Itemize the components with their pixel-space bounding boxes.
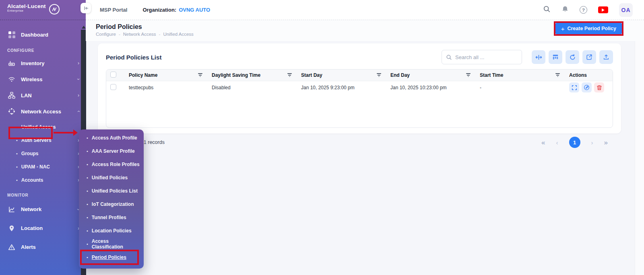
last-page-icon[interactable] bbox=[604, 139, 608, 146]
annotation-arrow bbox=[54, 132, 74, 133]
breadcrumb-configure[interactable]: Configure bbox=[96, 32, 123, 37]
flyout-item-period-policies[interactable]: •Period Policies bbox=[79, 250, 144, 264]
upload-icon bbox=[603, 54, 609, 60]
sidebar-item-label: Auth Servers bbox=[21, 138, 78, 143]
breadcrumb-unified-access[interactable]: Unified Access bbox=[163, 32, 193, 37]
organization-value-link[interactable]: OVNG AUTO bbox=[179, 7, 210, 13]
filter-icon[interactable] bbox=[465, 72, 472, 78]
first-page-icon[interactable] bbox=[541, 139, 545, 146]
flyout-item-label: Unified Policies List bbox=[92, 188, 138, 194]
sidebar-item-network-access[interactable]: Network Access › bbox=[0, 103, 86, 119]
help-icon[interactable] bbox=[580, 6, 587, 14]
collapse-left-icon bbox=[83, 5, 89, 11]
flyout-item-iot-categorization[interactable]: •IoT Categorization bbox=[79, 197, 144, 211]
sidebar-item-label: Accounts bbox=[21, 177, 78, 183]
search-icon[interactable] bbox=[543, 5, 551, 14]
alcatel-lucent-mark-icon bbox=[49, 4, 60, 14]
chevron-down-icon: › bbox=[76, 78, 81, 80]
sidebar-item-accounts[interactable]: • Accounts › bbox=[0, 173, 86, 187]
chevron-right-icon: › bbox=[78, 60, 79, 66]
sidebar-item-alerts[interactable]: Alerts bbox=[0, 238, 86, 257]
flyout-item-label: Tunnel Profiles bbox=[92, 215, 126, 220]
refresh-button[interactable] bbox=[566, 50, 579, 64]
user-avatar[interactable]: OA bbox=[619, 3, 633, 17]
previous-page-icon[interactable] bbox=[556, 140, 558, 146]
bullet-icon: • bbox=[87, 149, 88, 154]
flyout-item-location-policies[interactable]: •Location Policies bbox=[79, 224, 144, 237]
filter-icon[interactable] bbox=[376, 72, 382, 78]
fit-columns-button[interactable] bbox=[532, 50, 545, 64]
breadcrumb-network-access[interactable]: Network Access bbox=[123, 32, 163, 37]
sidebar-item-label: UPAM - NAC bbox=[21, 164, 78, 170]
flyout-item-aaa-server-profile[interactable]: •AAA Server Profile bbox=[79, 144, 144, 158]
export-button[interactable] bbox=[582, 50, 596, 64]
upload-button[interactable] bbox=[599, 50, 613, 64]
filter-icon[interactable] bbox=[286, 72, 293, 78]
sidebar-item-upam-nac[interactable]: • UPAM - NAC › bbox=[0, 160, 86, 173]
topbar: MSP Portal Organization: OVNG AUTO OA bbox=[86, 0, 644, 20]
period-policies-table: Policy Name Daylight Saving Time Start D… bbox=[106, 69, 613, 128]
bullet-icon: • bbox=[16, 125, 18, 129]
create-period-policy-button[interactable]: Create Period Policy bbox=[555, 23, 622, 34]
filter-icon[interactable] bbox=[197, 72, 204, 78]
column-header: Start Day bbox=[301, 72, 322, 78]
search-all-box[interactable] bbox=[442, 50, 522, 64]
row-actions bbox=[569, 82, 609, 92]
sidebar-item-dashboard[interactable]: Dashboard bbox=[0, 27, 86, 43]
sidebar-item-label: Location bbox=[21, 225, 78, 231]
bullet-icon: • bbox=[16, 164, 18, 169]
youtube-icon[interactable] bbox=[598, 6, 608, 13]
msp-portal-link[interactable]: MSP Portal bbox=[100, 7, 127, 13]
sidebar-item-lan[interactable]: LAN › bbox=[0, 87, 86, 103]
sidebar-item-label: Alerts bbox=[21, 244, 79, 250]
create-button-label: Create Period Policy bbox=[567, 26, 616, 31]
wireless-icon bbox=[7, 76, 16, 83]
bullet-icon: • bbox=[87, 162, 88, 167]
columns-button[interactable] bbox=[549, 50, 562, 64]
bullet-icon: • bbox=[87, 135, 88, 140]
flyout-item-unified-policies-list[interactable]: •Unified Policies List bbox=[79, 184, 144, 197]
annotation-box-create-button: Create Period Policy bbox=[554, 21, 623, 36]
page-scrollbar-gutter[interactable] bbox=[635, 41, 644, 275]
sidebar-item-groups[interactable]: • Groups › bbox=[0, 147, 86, 160]
filter-icon[interactable] bbox=[554, 72, 561, 78]
search-all-input[interactable] bbox=[455, 54, 518, 60]
bullet-icon: • bbox=[87, 175, 88, 180]
table-row[interactable]: testtecpubs Disabled Jan 10, 2025 9:23:0… bbox=[106, 81, 613, 94]
brand-subtitle: Enterprise bbox=[7, 9, 46, 12]
sidebar-item-wireless[interactable]: Wireless › bbox=[0, 71, 86, 87]
brand-logo: Alcatel·Lucent Enterprise bbox=[0, 0, 86, 20]
sidebar-item-inventory[interactable]: Inventory › bbox=[0, 55, 86, 71]
flyout-item-access-role-profiles[interactable]: •Access Role Profiles bbox=[79, 158, 144, 171]
bullet-icon: • bbox=[16, 151, 18, 156]
flyout-item-access-auth-profile[interactable]: •Access Auth Profile bbox=[79, 131, 144, 144]
brand-name: Alcatel·Lucent bbox=[7, 4, 46, 9]
pagination-row: Showing 1 - 1 of 1 records 1 bbox=[106, 137, 608, 148]
bullet-icon: • bbox=[16, 138, 18, 143]
flyout-item-unified-policies[interactable]: •Unified Policies bbox=[79, 171, 144, 184]
notifications-bell-icon[interactable] bbox=[561, 6, 569, 14]
flyout-item-label: Period Policies bbox=[92, 254, 126, 260]
flyout-item-label: AAA Server Profile bbox=[92, 148, 135, 154]
topbar-actions: OA bbox=[543, 3, 633, 17]
flyout-item-access-classification[interactable]: •Access Classification bbox=[79, 237, 144, 250]
sidebar-item-network[interactable]: Network › bbox=[0, 200, 86, 219]
chevron-right-icon: › bbox=[78, 92, 79, 98]
delete-row-button[interactable] bbox=[594, 82, 604, 92]
table-header-row: Policy Name Daylight Saving Time Start D… bbox=[106, 70, 613, 81]
bullet-icon: • bbox=[87, 202, 88, 207]
select-all-checkbox[interactable] bbox=[110, 72, 116, 78]
edit-row-button[interactable] bbox=[582, 82, 592, 92]
row-checkbox[interactable] bbox=[110, 84, 116, 90]
bullet-icon: • bbox=[87, 228, 88, 233]
sidebar-scrollbar-arrow[interactable] bbox=[82, 26, 86, 29]
bullet-icon: • bbox=[87, 255, 88, 260]
next-page-icon[interactable] bbox=[591, 140, 593, 146]
flyout-item-tunnel-profiles[interactable]: •Tunnel Profiles bbox=[79, 211, 144, 224]
expand-row-button[interactable] bbox=[569, 82, 579, 92]
cell-policy-name: testtecpubs bbox=[125, 81, 208, 94]
cell-start-day: Jan 10, 2025 9:23:00 pm bbox=[297, 81, 386, 94]
sidebar-item-location[interactable]: Location › bbox=[0, 219, 86, 238]
current-page-button[interactable]: 1 bbox=[569, 137, 580, 148]
sidebar-collapse-button[interactable] bbox=[80, 3, 91, 13]
